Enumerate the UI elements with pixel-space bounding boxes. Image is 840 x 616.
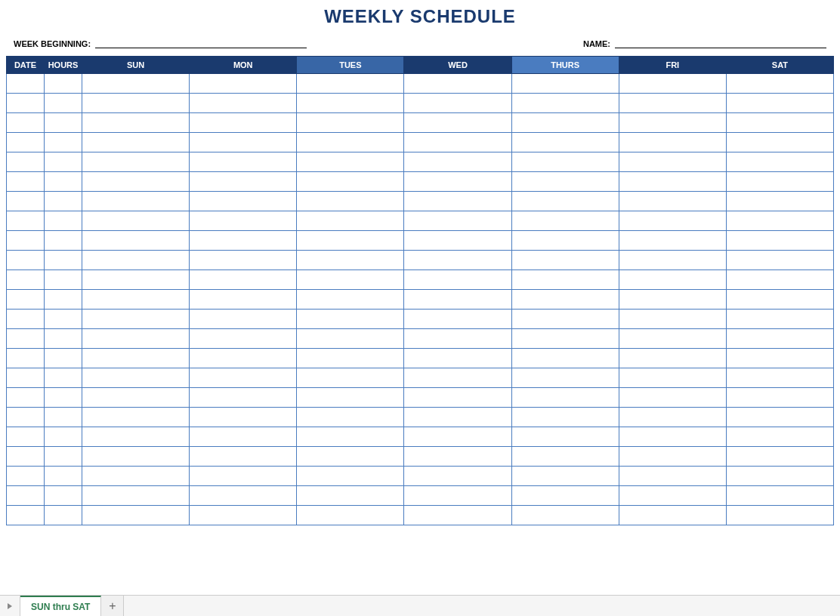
cell[interactable] (511, 231, 619, 251)
cell[interactable] (82, 251, 190, 270)
cell[interactable] (297, 310, 404, 329)
cell[interactable] (404, 74, 511, 94)
cell[interactable] (82, 447, 190, 467)
cell[interactable] (190, 349, 297, 368)
cell[interactable] (404, 172, 511, 192)
cell[interactable] (190, 486, 297, 506)
cell[interactable] (45, 290, 82, 310)
cell[interactable] (190, 231, 297, 251)
cell[interactable] (726, 310, 833, 329)
cell[interactable] (511, 113, 619, 133)
cell[interactable] (45, 388, 82, 408)
cell[interactable] (82, 349, 190, 368)
cell[interactable] (297, 290, 404, 310)
cell[interactable] (7, 506, 45, 525)
cell[interactable] (404, 133, 511, 152)
cell[interactable] (726, 172, 833, 192)
cell[interactable] (619, 133, 726, 152)
cell[interactable] (619, 94, 726, 113)
cell[interactable] (297, 447, 404, 467)
cell[interactable] (45, 368, 82, 388)
cell[interactable] (404, 251, 511, 270)
cell[interactable] (45, 310, 82, 329)
cell[interactable] (726, 368, 833, 388)
cell[interactable] (7, 368, 45, 388)
cell[interactable] (404, 447, 511, 467)
cell[interactable] (511, 192, 619, 211)
cell[interactable] (404, 467, 511, 486)
cell[interactable] (619, 349, 726, 368)
cell[interactable] (726, 388, 833, 408)
cell[interactable] (45, 506, 82, 525)
cell[interactable] (726, 113, 833, 133)
cell[interactable] (45, 192, 82, 211)
cell[interactable] (297, 368, 404, 388)
cell[interactable] (7, 172, 45, 192)
cell[interactable] (726, 408, 833, 427)
cell[interactable] (190, 368, 297, 388)
cell[interactable] (619, 113, 726, 133)
cell[interactable] (82, 408, 190, 427)
cell[interactable] (619, 388, 726, 408)
cell[interactable] (190, 172, 297, 192)
cell[interactable] (404, 113, 511, 133)
cell[interactable] (45, 447, 82, 467)
cell[interactable] (82, 388, 190, 408)
cell[interactable] (82, 231, 190, 251)
cell[interactable] (190, 408, 297, 427)
cell[interactable] (45, 113, 82, 133)
cell[interactable] (190, 329, 297, 349)
cell[interactable] (511, 94, 619, 113)
cell[interactable] (511, 172, 619, 192)
cell[interactable] (726, 152, 833, 172)
cell[interactable] (82, 133, 190, 152)
cell[interactable] (82, 329, 190, 349)
cell[interactable] (45, 133, 82, 152)
cell[interactable] (726, 506, 833, 525)
cell[interactable] (7, 408, 45, 427)
cell[interactable] (190, 133, 297, 152)
cell[interactable] (45, 467, 82, 486)
cell[interactable] (82, 211, 190, 231)
cell[interactable] (404, 94, 511, 113)
cell[interactable] (726, 329, 833, 349)
cell[interactable] (82, 152, 190, 172)
cell[interactable] (619, 251, 726, 270)
sheet-tab-sun-thru-sat[interactable]: SUN thru SAT (20, 596, 101, 616)
cell[interactable] (7, 231, 45, 251)
cell[interactable] (190, 152, 297, 172)
cell[interactable] (297, 231, 404, 251)
cell[interactable] (297, 388, 404, 408)
cell[interactable] (404, 368, 511, 388)
cell[interactable] (511, 427, 619, 447)
cell[interactable] (619, 270, 726, 290)
cell[interactable] (511, 388, 619, 408)
cell[interactable] (7, 251, 45, 270)
cell[interactable] (7, 427, 45, 447)
cell[interactable] (511, 506, 619, 525)
cell[interactable] (297, 329, 404, 349)
cell[interactable] (404, 290, 511, 310)
cell[interactable] (7, 349, 45, 368)
cell[interactable] (297, 270, 404, 290)
cell[interactable] (45, 486, 82, 506)
cell[interactable] (511, 211, 619, 231)
cell[interactable] (726, 270, 833, 290)
cell[interactable] (619, 486, 726, 506)
cell[interactable] (297, 486, 404, 506)
cell[interactable] (404, 211, 511, 231)
cell[interactable] (404, 388, 511, 408)
cell[interactable] (726, 427, 833, 447)
cell[interactable] (82, 192, 190, 211)
cell[interactable] (404, 231, 511, 251)
cell[interactable] (82, 506, 190, 525)
cell[interactable] (7, 113, 45, 133)
cell[interactable] (82, 310, 190, 329)
cell[interactable] (726, 447, 833, 467)
cell[interactable] (82, 270, 190, 290)
cell[interactable] (190, 506, 297, 525)
cell[interactable] (190, 467, 297, 486)
cell[interactable] (82, 74, 190, 94)
name-input[interactable] (615, 38, 826, 48)
cell[interactable] (511, 270, 619, 290)
